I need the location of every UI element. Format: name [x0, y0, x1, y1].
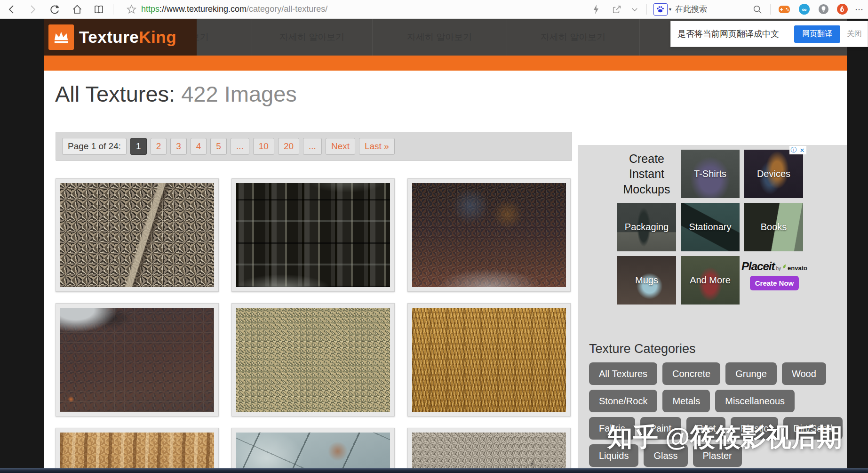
nav-item-label: 자세히 알아보기	[407, 31, 472, 43]
forward-icon[interactable]	[27, 4, 38, 15]
ad-headline: Create Instant Mockups	[617, 150, 676, 198]
nav-item-4[interactable]: 자세히 알아보기	[507, 19, 639, 56]
nav-divider	[372, 19, 373, 56]
placeit-brand-text: Placeit	[741, 260, 774, 273]
categories-heading: Texture Categories	[589, 342, 696, 356]
texture-image	[236, 183, 390, 287]
lightbulb-extension-icon[interactable]	[818, 4, 829, 15]
browser-toolbar: https://www.textureking.com/category/all…	[0, 0, 868, 19]
texture-image	[412, 183, 566, 287]
texture-thumbnail-2[interactable]	[231, 178, 395, 292]
toolbar-divider	[646, 4, 647, 15]
refresh-icon[interactable]	[49, 4, 60, 15]
manager-extension-icon[interactable]	[836, 3, 848, 15]
logo-texture-word: Texture	[79, 28, 139, 46]
texture-thumbnail-3[interactable]	[407, 178, 571, 292]
pagination-page-4[interactable]: 4	[191, 138, 207, 155]
translate-button[interactable]: 网页翻译	[794, 25, 840, 43]
share-icon[interactable]	[612, 4, 622, 15]
category-stone-rock[interactable]: Stone/Rock	[589, 390, 657, 412]
category-fabric[interactable]: Fabric	[589, 417, 635, 440]
pagination-page-5[interactable]: 5	[210, 138, 227, 155]
url-path: /category/all-textures/	[247, 4, 327, 14]
game-center-icon[interactable]	[778, 5, 790, 14]
search-icon[interactable]	[752, 4, 763, 15]
translate-close-button[interactable]: 关闭	[847, 29, 862, 39]
more-menu-icon[interactable]: ⋯	[855, 4, 864, 15]
nav-item-label: 자세히 알아보기	[541, 31, 605, 43]
address-bar[interactable]: https://www.textureking.com/category/all…	[127, 4, 327, 14]
category-paint[interactable]: Paint	[640, 417, 682, 440]
texture-image	[60, 183, 214, 287]
pagination-page-20[interactable]: 20	[278, 138, 299, 155]
ad-tile-label: T-Shirts	[694, 168, 726, 179]
category-all-textures[interactable]: All Textures	[589, 362, 657, 385]
proxy-infinity-icon[interactable]: ∞	[799, 4, 810, 15]
category-plaster[interactable]: Plaster	[693, 444, 742, 467]
search-here-label[interactable]: 在此搜索	[675, 4, 707, 15]
pagination-last[interactable]: Last »	[359, 138, 395, 155]
texture-thumbnail-7[interactable]	[56, 428, 219, 469]
pagination-ellipsis[interactable]: ...	[231, 138, 249, 155]
main-content: All Textures: 422 Images Page 1 of 24: 1…	[44, 71, 847, 469]
nav-item-label: 자세히 알아보기	[279, 31, 344, 43]
page-title: All Textures: 422 Images	[55, 81, 297, 107]
category-glass[interactable]: Glass	[644, 444, 687, 467]
back-icon[interactable]	[7, 4, 17, 15]
ad-tile-stationary[interactable]: Stationary	[681, 203, 740, 251]
nav-divider	[252, 19, 252, 56]
lightning-icon[interactable]	[592, 4, 600, 15]
category-metals[interactable]: Metals	[662, 390, 710, 412]
texture-thumbnail-9[interactable]	[407, 428, 571, 469]
pagination-page-2[interactable]: 2	[151, 138, 167, 155]
ad-tile-books[interactable]: Books	[744, 203, 803, 251]
logo-text: TextureKing	[79, 28, 176, 47]
adchoices-close-icon[interactable]: ✕	[798, 146, 806, 154]
category-wood[interactable]: Wood	[782, 362, 826, 385]
ad-tile-and-more[interactable]: And More	[681, 256, 740, 305]
texture-image	[60, 433, 214, 469]
texture-image	[60, 308, 214, 412]
texture-thumbnail-5[interactable]	[231, 303, 395, 417]
pagination-next[interactable]: Next	[326, 138, 355, 155]
ad-tile-packaging[interactable]: Packaging	[617, 203, 676, 251]
nav-item-2[interactable]: 자세히 알아보기	[252, 19, 372, 56]
crown-icon	[48, 24, 74, 50]
category-liquids[interactable]: Liquids	[589, 444, 638, 467]
category-rust[interactable]: Rust	[686, 417, 725, 440]
ad-tile-devices[interactable]: Devices	[744, 150, 803, 198]
pagination-page-3[interactable]: 3	[170, 138, 187, 155]
url-text[interactable]: https://www.textureking.com/category/all…	[141, 4, 327, 14]
ad-tile-label: Devices	[757, 168, 790, 179]
search-engine-caret-icon[interactable]: ▾	[669, 7, 671, 12]
home-icon[interactable]	[72, 4, 83, 15]
category-dirt-sand[interactable]: Dirt/Sand	[783, 417, 842, 440]
texture-thumbnail-1[interactable]	[56, 178, 219, 292]
category-miscellaneous[interactable]: Miscellaneous	[715, 390, 795, 412]
pagination-current-page[interactable]: 1	[130, 138, 147, 155]
ad-tile-mugs[interactable]: Mugs	[617, 256, 676, 305]
bookmark-star-icon[interactable]	[127, 4, 136, 14]
adchoices-controls: ⓘ ✕	[789, 146, 806, 154]
reading-list-icon[interactable]	[93, 4, 104, 15]
adchoices-info-icon[interactable]: ⓘ	[789, 146, 798, 154]
site-logo[interactable]: TextureKing	[44, 19, 197, 56]
baidu-search-engine-icon[interactable]	[653, 3, 668, 16]
texture-thumbnail-6[interactable]	[407, 303, 571, 417]
chevron-down-icon[interactable]	[630, 5, 639, 14]
pagination-page-10[interactable]: 10	[253, 138, 274, 155]
create-now-button[interactable]: Create Now	[750, 276, 799, 290]
texture-thumbnail-4[interactable]	[56, 303, 219, 417]
category-concrete[interactable]: Concrete	[662, 362, 720, 385]
logo-king-word: King	[139, 28, 176, 46]
category-plastic[interactable]: Plastic	[731, 417, 778, 440]
nav-item-3[interactable]: 자세히 알아보기	[372, 19, 507, 56]
ad-tile-tshirts[interactable]: T-Shirts	[681, 150, 740, 198]
category-row: Liquids Glass Plaster	[589, 444, 843, 467]
pagination-ellipsis[interactable]: ...	[303, 138, 322, 155]
category-grunge[interactable]: Grunge	[725, 362, 777, 385]
texture-thumbnail-8[interactable]	[231, 428, 395, 469]
toolbar-right-cluster: ▾ 在此搜索 ∞ ⋯	[592, 3, 864, 16]
bottom-edge-bar	[0, 468, 868, 473]
ad-tile-label: And More	[690, 275, 731, 286]
